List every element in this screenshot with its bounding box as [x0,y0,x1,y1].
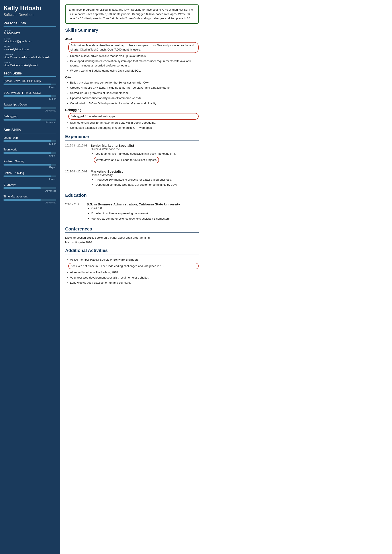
soft-skills-list: Leadership Expert Teamwork Expert Proble… [4,136,56,204]
soft-skill-item: Critical Thinking Expert [4,171,56,180]
info-label: Twitter [4,61,56,64]
bullet-item: Produced 60+ marketing projects for a fa… [96,178,199,182]
skill-level: Expert [4,97,56,100]
tech-skill-item: SQL, MySQL, HTML5, CSS3 Expert [4,91,56,100]
main-content: Entry-level programmer skilled in Java a… [60,0,204,554]
skill-bar-fill [4,152,51,154]
skill-bar-fill [4,164,51,166]
skill-name: Time Management [4,195,56,198]
skill-level: Expert [4,178,56,180]
skill-bar-bg [4,175,56,177]
bullet-item: Built a physical remote control for the … [70,80,199,85]
skill-bar-fill [4,95,51,97]
skill-level: Advanced [4,201,56,204]
education-title: Education [65,193,199,199]
info-label: Phone [4,29,56,32]
bullet-item: Created a Java-driven website that serve… [70,54,199,58]
bullet-item: Volunteer web development specialist, lo… [70,276,199,280]
skill-name: SQL, MySQL, HTML5, CSS3 [4,91,56,94]
bullet-item: GPA 3.8 [91,206,199,210]
info-label: WWW [4,45,56,48]
skill-bar-bg [4,95,56,97]
skill-bar-bg [4,199,56,201]
sidebar: Kelly Hitoshi Software Developer Persona… [0,0,60,554]
bullet-item: Slashed errors 25% for an eCommerce site… [70,121,199,125]
entry-bullets: Led team of five marketing specialists i… [91,152,199,164]
skills-summary-content: JavaBuilt native Java data visualization… [65,37,199,130]
bullet-item: Wrote a working Sudoku game using Java a… [70,69,199,73]
experience-entry: 2012-06 - 2015-03Marketing SpecialistOri… [65,170,199,189]
skill-bar-fill [4,107,41,109]
skill-bar-fill [4,187,41,189]
skill-level: Expert [4,154,56,157]
info-value: 949-300-9278 [4,32,56,35]
skill-name: Creativity [4,183,56,186]
skill-name: Leadership [4,136,56,139]
skill-name: Javascript, JQuery [4,103,56,106]
personal-info-item: WWWwww.kellyhitoshi.com [4,45,56,51]
personal-info-item: E-mailkellyhitoshi@gmail.com [4,37,56,43]
tech-skill-item: Javascript, JQuery Advanced [4,103,56,112]
tech-skill-item: Python, Java, C#, PHP, Ruby Expert [4,79,56,88]
info-value: kellyhitoshi@gmail.com [4,40,56,43]
entry-title: B.S. in Business Administration, Califor… [86,202,199,206]
education-entry: 2008 - 2012B.S. in Business Administrati… [65,202,199,223]
bullet-item: Achieved 1st place in 6 LeetCode coding … [68,263,199,270]
summary-box: Entry-level programmer skilled in Java a… [65,4,199,24]
bullet-item: Developed working hotel reservation syst… [70,59,199,68]
bullet-item: Lead weekly yoga classes for fun and sel… [70,281,199,285]
additional-bullets: Active member IAENG Society of Software … [65,257,199,285]
bullet-item: Conducted extensive debugging of 6 comme… [70,126,199,130]
skill-group-title: C++ [65,76,199,79]
entry-date: 2012-06 - 2015-03 [65,170,87,189]
skill-bar-fill [4,119,41,121]
entry-content: B.S. in Business Administration, Califor… [86,202,199,223]
personal-info-title: Personal Info [4,21,56,27]
skill-group: JavaBuilt native Java data visualization… [65,37,199,73]
entry-date: 2015-03 - 2019-02 [65,144,87,166]
skills-summary-title: Skills Summary [65,28,199,34]
additional-title: Additional Activities [65,248,199,254]
info-value: https://twitter.com/kellyhitoshi [4,64,56,67]
bullet-item: Updated cookies functionality in an eCom… [70,96,199,100]
entry-bullets: Produced 60+ marketing projects for a fa… [91,178,199,187]
conferences-content: DEVintersection 2018. Spoke on a panel a… [65,236,199,244]
skill-level: Advanced [4,109,56,112]
experience-entry: 2015-03 - 2019-02Senior Marketing Specia… [65,144,199,166]
skill-level: Advanced [4,121,56,124]
bullet-item: Led team of five marketing specialists i… [96,152,199,156]
skill-bar-bg [4,107,56,109]
soft-skill-item: Leadership Expert [4,136,56,145]
experience-title: Experience [65,134,199,140]
info-value: www.kellyhitoshi.com [4,48,56,51]
skill-bar-fill [4,140,51,142]
skill-name: Python, Java, C#, PHP, Ruby [4,79,56,83]
tech-skills-title: Tech Skills [4,71,56,77]
skill-group-bullets: Built native Java data visualization web… [65,42,199,73]
skill-name: Teamwork [4,148,56,151]
bullet-item: Solved 42 C++ problems at HackerRank.com… [70,91,199,95]
skill-bar-bg [4,187,56,189]
soft-skill-item: Creativity Advanced [4,183,56,192]
tech-skills-list: Python, Java, C#, PHP, Ruby Expert SQL, … [4,79,56,124]
skill-level: Expert [4,143,56,145]
entry-title: Senior Marketing Specialist [91,144,199,147]
bullet-item: Worked as computer science teacher's ass… [91,216,199,221]
bullet-item: Debugged company web app. Cut customer c… [96,183,199,187]
conference-item: DEVintersection 2018. Spoke on a panel a… [65,236,199,239]
soft-skills-title: Soft Skills [4,128,56,133]
conference-item: Microsoft Ignite 2016. [65,241,199,244]
personal-info-item: LinkedInhttps://www.linkedin.com/in/kell… [4,53,56,59]
entry-bullets: GPA 3.8Excelled in software engineering … [86,206,199,221]
info-label: E-mail [4,37,56,40]
skill-bar-fill [4,199,41,201]
education-content: 2008 - 2012B.S. in Business Administrati… [65,202,199,223]
bullet-item: Debugged 8 Java-based web apps. [68,113,199,120]
bullet-item: Created 4 mobile C++ apps, including a T… [70,86,199,90]
bullet-item: Contributed to 5 C++ GitHub projects, in… [70,101,199,106]
skill-bar-bg [4,83,56,85]
skill-name: Critical Thinking [4,171,56,175]
additional-content: Active member IAENG Society of Software … [65,257,199,285]
soft-skill-item: Teamwork Expert [4,148,56,157]
skill-bar-bg [4,119,56,121]
